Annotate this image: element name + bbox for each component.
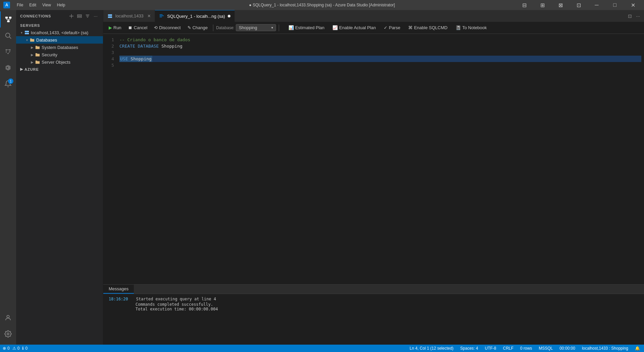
parse-label: Parse xyxy=(389,25,400,30)
status-notification[interactable]: 🔔 xyxy=(634,346,641,351)
warning-icon: ⚠ xyxy=(12,346,16,351)
system-db-arrow[interactable]: ▶ xyxy=(30,45,35,50)
databases-folder-icon xyxy=(30,37,35,43)
tab-actions: ⊡ ··· xyxy=(624,10,644,22)
svg-point-18 xyxy=(28,31,29,32)
layout2-icon[interactable]: ⊞ xyxy=(535,0,550,10)
databases-expand-arrow[interactable]: ▾ xyxy=(24,37,30,43)
status-sql-mode[interactable]: MSSQL xyxy=(537,346,554,351)
sql-mode-label: MSSQL xyxy=(539,346,553,351)
security-arrow[interactable]: ▶ xyxy=(30,52,35,57)
activity-account[interactable] xyxy=(0,310,16,326)
menu-help[interactable]: Help xyxy=(54,2,68,8)
svg-point-13 xyxy=(7,333,9,335)
server-item[interactable]: ▾ localhost,1433, <default> (sa) xyxy=(16,29,103,36)
warning-count: 0 xyxy=(17,346,20,351)
parse-btn[interactable]: ✓ Parse xyxy=(381,24,403,31)
security-item[interactable]: ▶ Security xyxy=(16,51,103,58)
tab2-label: SQLQuery_1 - localh...ng (sa) xyxy=(167,14,225,19)
status-position[interactable]: Ln 4, Col 1 (12 selected) xyxy=(408,346,455,351)
status-rows[interactable]: 0 rows xyxy=(519,346,533,351)
more-tabs-btn[interactable]: ··· xyxy=(635,13,641,19)
activity-search[interactable] xyxy=(0,27,16,44)
messages-tab[interactable]: Messages xyxy=(103,285,134,294)
status-line-ending[interactable]: CRLF xyxy=(501,346,515,351)
enable-sqlcmd-btn[interactable]: ⌘ Enable SQLCMD xyxy=(406,24,450,31)
server-objects-arrow[interactable]: ▶ xyxy=(30,59,35,65)
cancel-button[interactable]: ⏹ Cancel xyxy=(125,24,150,31)
status-encoding[interactable]: UTF-8 xyxy=(483,346,497,351)
svg-line-8 xyxy=(9,37,11,39)
notebook-icon: 📓 xyxy=(455,25,461,30)
svg-point-11 xyxy=(7,53,9,54)
menu-edit[interactable]: Edit xyxy=(26,2,39,8)
menu-view[interactable]: View xyxy=(40,2,54,8)
svg-point-7 xyxy=(6,33,10,38)
to-notebook-btn[interactable]: 📓 To Notebook xyxy=(453,24,489,31)
enable-actual-plan-btn[interactable]: 📈 Enable Actual Plan xyxy=(330,24,378,31)
database-value: Shopping xyxy=(239,25,257,30)
server-objects-item[interactable]: ▶ Server Objects xyxy=(16,58,103,66)
info-count: 0 xyxy=(25,346,28,351)
activity-connections[interactable] xyxy=(0,11,16,27)
svg-point-12 xyxy=(7,315,9,318)
code-editor[interactable]: -- Criando o banco de dados CREATE DATAB… xyxy=(117,34,644,284)
server-expand-arrow[interactable]: ▾ xyxy=(19,30,24,35)
msg-row-1: 18:16:20 Started executing query at line… xyxy=(109,297,639,301)
split-editor-btn[interactable]: ⊡ xyxy=(627,13,633,19)
estimated-label: Estimated Plan xyxy=(295,25,324,30)
server-icon xyxy=(24,30,30,35)
layout3-icon[interactable]: ⊠ xyxy=(553,0,568,10)
svg-rect-15 xyxy=(77,16,82,18)
line-num-3: 3 xyxy=(103,49,114,56)
status-connection[interactable]: localhost,1433 : Shopping xyxy=(581,346,630,351)
rows-label: 0 rows xyxy=(520,346,532,351)
azure-section[interactable]: ▶ AZURE xyxy=(16,66,103,73)
databases-item[interactable]: ▾ Databases xyxy=(16,36,103,44)
database-dropdown[interactable]: Shopping ▾ xyxy=(236,24,276,31)
tab-sqlquery[interactable]: SQLQuery_1 - localh...ng (sa) xyxy=(155,10,235,22)
sidebar-actions: ··· xyxy=(68,13,99,19)
sidebar: CONNECTIONS ··· SERVERS ▾ xyxy=(16,10,103,345)
error-icon: ⊗ xyxy=(3,346,6,351)
disconnect-button[interactable]: ⟲ Disconnect xyxy=(151,24,183,31)
security-label: Security xyxy=(42,52,57,57)
tab1-icon xyxy=(107,13,113,19)
status-time[interactable]: 00:00:00 xyxy=(558,346,577,351)
minimize-button[interactable]: ─ xyxy=(589,0,604,10)
change-button[interactable]: ✎ Change xyxy=(185,24,211,31)
actual-label: Enable Actual Plan xyxy=(339,25,376,30)
estimated-plan-btn[interactable]: 📊 Estimated Plan xyxy=(286,24,327,31)
svg-rect-21 xyxy=(108,16,112,17)
status-errors[interactable]: ⊗ 0 ⚠ 0 ℹ 0 xyxy=(3,346,28,351)
new-connection-btn[interactable] xyxy=(68,13,75,19)
activity-extensions[interactable] xyxy=(0,60,16,76)
filter-btn[interactable] xyxy=(84,13,91,19)
code-line-5 xyxy=(119,62,641,68)
system-databases-item[interactable]: ▶ System Databases xyxy=(16,44,103,51)
status-spaces[interactable]: Spaces: 4 xyxy=(459,346,479,351)
more-btn[interactable]: ··· xyxy=(92,13,99,19)
actual-icon: 📈 xyxy=(332,25,338,30)
activity-notifications[interactable]: 1 xyxy=(0,76,16,92)
add-server-btn[interactable] xyxy=(76,13,83,19)
run-button[interactable]: ▶ Run xyxy=(106,24,124,31)
tab1-close[interactable]: × xyxy=(148,13,151,19)
tab1-label: localhost,1433 xyxy=(115,13,144,18)
app-body: 1 CONNECTIONS xyxy=(0,10,644,345)
use-kw: USE xyxy=(120,56,128,61)
activity-git[interactable] xyxy=(0,44,16,60)
line-num-2: 2 xyxy=(103,43,114,49)
maximize-button[interactable]: □ xyxy=(607,0,623,10)
notification-icon: 🔔 xyxy=(635,346,640,351)
activity-settings[interactable] xyxy=(0,326,16,342)
layout4-icon[interactable]: ⊡ xyxy=(571,0,586,10)
sqlcmd-icon: ⌘ xyxy=(408,25,413,30)
disconnect-icon: ⟲ xyxy=(154,25,158,30)
menu-file[interactable]: File xyxy=(14,2,26,8)
close-button[interactable]: ✕ xyxy=(625,0,641,10)
svg-point-10 xyxy=(9,49,11,51)
position-label: Ln 4, Col 1 (12 selected) xyxy=(410,346,453,351)
tab-localhost[interactable]: localhost,1433 × xyxy=(103,10,155,22)
layout-icon[interactable]: ⊟ xyxy=(517,0,532,10)
